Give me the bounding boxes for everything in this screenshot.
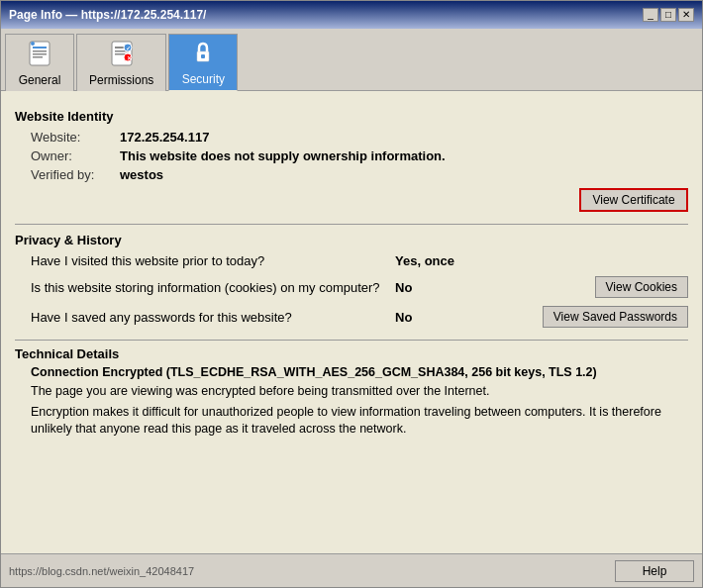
privacy-answer-1: No (395, 280, 435, 295)
privacy-row-1: Is this website storing information (coo… (31, 276, 688, 298)
tab-permissions-label: Permissions (89, 73, 153, 87)
tab-security-label: Security (182, 72, 225, 86)
general-tab-icon (26, 40, 53, 71)
verified-label: Verified by: (31, 167, 120, 182)
verified-row: Verified by: westos (31, 167, 688, 182)
minimize-button[interactable]: _ (643, 8, 658, 22)
privacy-answer-0: Yes, once (395, 253, 454, 268)
status-text: https://blog.csdn.net/weixin_42048417 (9, 565, 194, 577)
owner-label: Owner: (31, 148, 120, 163)
verified-value: westos (120, 167, 688, 182)
tab-general-label: General (19, 73, 61, 87)
svg-rect-4 (33, 56, 43, 58)
svg-rect-15 (201, 54, 205, 58)
view-saved-passwords-button[interactable]: View Saved Passwords (543, 306, 688, 328)
content-area: Website Identity Website: 172.25.254.117… (1, 91, 702, 553)
privacy-question-1: Is this website storing information (coo… (31, 280, 387, 295)
website-value: 172.25.254.117 (120, 130, 688, 145)
website-row: Website: 172.25.254.117 (31, 130, 688, 145)
privacy-action-1: View Cookies (595, 276, 688, 298)
privacy-table: Have I visited this website prior to tod… (31, 253, 688, 328)
tabs-bar: General ✓ ✕ Permissions (1, 29, 702, 91)
view-certificate-button[interactable]: View Certificate (579, 188, 688, 212)
privacy-history-title: Privacy & History (15, 233, 688, 247)
owner-value: This website does not supply ownership i… (120, 148, 688, 163)
privacy-row-0: Have I visited this website prior to tod… (31, 253, 688, 268)
divider-2 (15, 340, 688, 341)
privacy-action-2: View Saved Passwords (543, 306, 688, 328)
view-cookies-button[interactable]: View Cookies (595, 276, 688, 298)
technical-details-title: Technical Details (15, 346, 688, 361)
encrypted-line: Connection Encrypted (TLS_ECDHE_RSA_WITH… (31, 365, 688, 379)
svg-rect-3 (33, 53, 47, 55)
help-button[interactable]: Help (615, 560, 694, 582)
svg-point-5 (31, 42, 35, 46)
tech-desc-1: The page you are viewing was encrypted b… (31, 383, 688, 401)
cert-button-row: View Certificate (15, 188, 688, 212)
divider-1 (15, 224, 688, 225)
maximize-button[interactable]: □ (660, 8, 676, 22)
svg-rect-1 (33, 47, 47, 49)
tab-general[interactable]: General (5, 34, 74, 91)
technical-details-section: Technical Details Connection Encrypted (… (15, 346, 688, 439)
privacy-row-2: Have I saved any passwords for this webs… (31, 306, 688, 328)
svg-text:✓: ✓ (126, 46, 131, 51)
website-label: Website: (31, 130, 120, 145)
close-button[interactable]: ✕ (678, 8, 694, 22)
website-identity-table: Website: 172.25.254.117 Owner: This webs… (31, 130, 688, 182)
owner-row: Owner: This website does not supply owne… (31, 148, 688, 163)
privacy-question-0: Have I visited this website prior to tod… (31, 253, 387, 268)
website-identity-title: Website Identity (15, 109, 688, 124)
tech-desc-2: Encryption makes it difficult for unauth… (31, 404, 688, 439)
window-title: Page Info — https://172.25.254.117/ (9, 8, 206, 22)
tab-permissions[interactable]: ✓ ✕ Permissions (76, 34, 166, 91)
privacy-answer-2: No (395, 310, 435, 325)
privacy-question-2: Have I saved any passwords for this webs… (31, 310, 387, 325)
title-bar-controls: _ □ ✕ (643, 8, 694, 22)
window: Page Info — https://172.25.254.117/ _ □ … (0, 0, 703, 588)
svg-rect-2 (33, 50, 47, 52)
security-tab-icon (189, 39, 217, 70)
svg-text:✕: ✕ (126, 55, 131, 61)
bottom-bar: https://blog.csdn.net/weixin_42048417 He… (1, 553, 702, 587)
title-bar: Page Info — https://172.25.254.117/ _ □ … (1, 1, 702, 29)
tab-security[interactable]: Security (168, 34, 238, 91)
permissions-tab-icon: ✓ ✕ (108, 40, 136, 71)
